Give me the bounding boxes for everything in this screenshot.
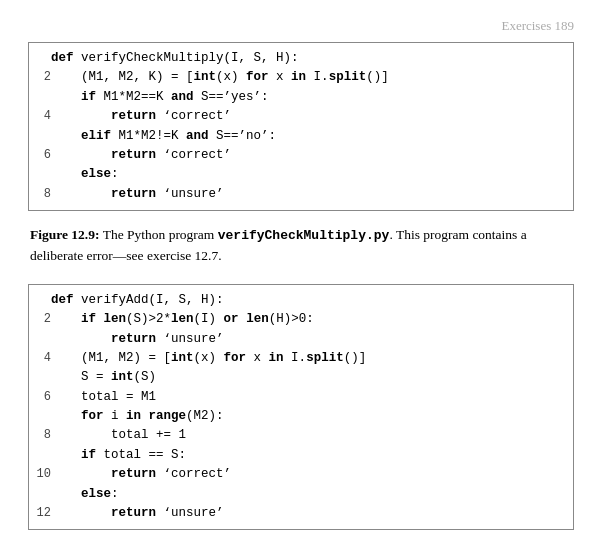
line-number: 2 (29, 310, 51, 329)
line-code: return ‘unsure’ (51, 330, 573, 349)
line-number: 10 (29, 465, 51, 484)
figure1-caption: Figure 12.9: The Python program verifyCh… (28, 225, 574, 266)
table-row: S = int(S) (29, 368, 573, 387)
line-number (29, 291, 51, 310)
line-number (29, 407, 51, 426)
page-header: Exercises 189 (28, 18, 574, 34)
line-code: return ‘correct’ (51, 107, 573, 126)
table-row: if total == S: (29, 446, 573, 465)
line-code: return ‘correct’ (51, 465, 573, 484)
line-number (29, 485, 51, 504)
line-code: S = int(S) (51, 368, 573, 387)
line-number (29, 49, 51, 68)
figure1-code-table: def verifyCheckMultiply(I, S, H):2 (M1, … (29, 49, 573, 204)
line-code: for i in range(M2): (51, 407, 573, 426)
line-number: 6 (29, 146, 51, 165)
table-row: else: (29, 165, 573, 184)
line-number (29, 330, 51, 349)
line-number (29, 88, 51, 107)
line-code: def verifyCheckMultiply(I, S, H): (51, 49, 573, 68)
line-code: total += 1 (51, 426, 573, 445)
table-row: 6 return ‘correct’ (29, 146, 573, 165)
line-code: total = M1 (51, 388, 573, 407)
line-number (29, 446, 51, 465)
page-wrapper: Exercises 189 def verifyCheckMultiply(I,… (28, 18, 574, 536)
line-code: if M1*M2==K and S==’yes’: (51, 88, 573, 107)
table-row: def verifyCheckMultiply(I, S, H): (29, 49, 573, 68)
line-code: (M1, M2) = [int(x) for x in I.split()] (51, 349, 573, 368)
line-code: (M1, M2, K) = [int(x) for x in I.split()… (51, 68, 573, 87)
table-row: 4 return ‘correct’ (29, 107, 573, 126)
table-row: 8 total += 1 (29, 426, 573, 445)
line-code: if len(S)>2*len(I) or len(H)>0: (51, 310, 573, 329)
table-row: 10 return ‘correct’ (29, 465, 573, 484)
line-code: return ‘unsure’ (51, 504, 573, 523)
table-row: def verifyAdd(I, S, H): (29, 291, 573, 310)
table-row: return ‘unsure’ (29, 330, 573, 349)
figure1-caption-code: verifyCheckMultiply.py (218, 228, 390, 243)
table-row: 8 return ‘unsure’ (29, 185, 573, 204)
line-code: return ‘correct’ (51, 146, 573, 165)
table-row: 4 (M1, M2) = [int(x) for x in I.split()] (29, 349, 573, 368)
line-code: def verifyAdd(I, S, H): (51, 291, 573, 310)
line-code: else: (51, 485, 573, 504)
line-number: 6 (29, 388, 51, 407)
line-number: 8 (29, 426, 51, 445)
table-row: elif M1*M2!=K and S==’no’: (29, 127, 573, 146)
table-row: for i in range(M2): (29, 407, 573, 426)
figure2-code-table: def verifyAdd(I, S, H):2 if len(S)>2*len… (29, 291, 573, 524)
line-number: 2 (29, 68, 51, 87)
line-number: 8 (29, 185, 51, 204)
table-row: 12 return ‘unsure’ (29, 504, 573, 523)
line-code: if total == S: (51, 446, 573, 465)
figure2-code-block: def verifyAdd(I, S, H):2 if len(S)>2*len… (28, 284, 574, 531)
figure1-code-block: def verifyCheckMultiply(I, S, H):2 (M1, … (28, 42, 574, 211)
line-number (29, 368, 51, 387)
line-number (29, 165, 51, 184)
line-number (29, 127, 51, 146)
line-code: else: (51, 165, 573, 184)
line-number: 12 (29, 504, 51, 523)
line-code: return ‘unsure’ (51, 185, 573, 204)
figure1-caption-label: Figure 12.9: (30, 227, 100, 242)
line-number: 4 (29, 107, 51, 126)
line-code: elif M1*M2!=K and S==’no’: (51, 127, 573, 146)
figure1-caption-text: The Python program (100, 227, 218, 242)
table-row: if M1*M2==K and S==’yes’: (29, 88, 573, 107)
table-row: 2 (M1, M2, K) = [int(x) for x in I.split… (29, 68, 573, 87)
header-text: Exercises 189 (501, 18, 574, 33)
table-row: 2 if len(S)>2*len(I) or len(H)>0: (29, 310, 573, 329)
table-row: else: (29, 485, 573, 504)
table-row: 6 total = M1 (29, 388, 573, 407)
line-number: 4 (29, 349, 51, 368)
